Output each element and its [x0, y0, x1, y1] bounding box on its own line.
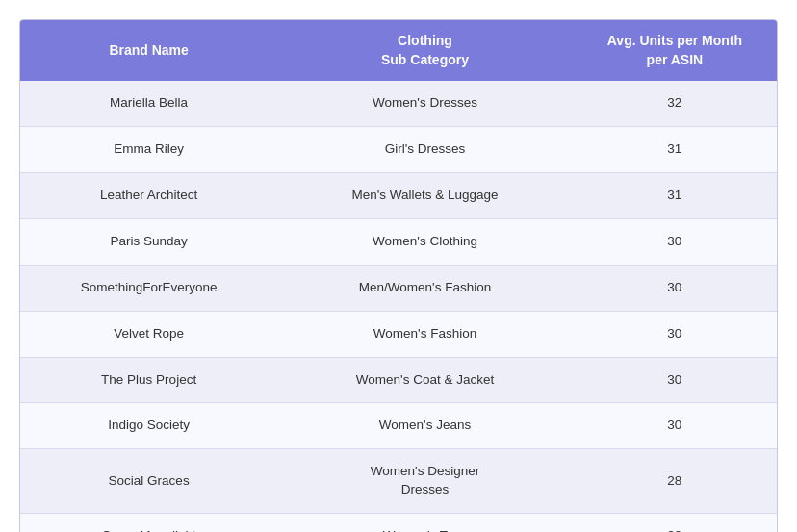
cell-sub-category: Girl's Dresses [277, 127, 573, 173]
cell-sub-category: Women's DesignerDresses [277, 449, 573, 514]
cell-sub-category: Women's Clothing [277, 218, 573, 265]
header-brand: Brand Name [20, 20, 277, 81]
main-table-container: Brand Name ClothingSub Category Avg. Uni… [19, 19, 778, 532]
cell-brand: Social Graces [20, 449, 277, 514]
table-header-row: Brand Name ClothingSub Category Avg. Uni… [20, 20, 777, 81]
table-row: Velvet RopeWomen's Fashion30 [20, 311, 777, 357]
cell-avg-units: 30 [573, 357, 777, 403]
cell-sub-category: Women's Tees [277, 514, 573, 532]
cell-avg-units: 31 [573, 172, 777, 218]
table-row: Emma RileyGirl's Dresses31 [20, 127, 777, 173]
header-sub-category: ClothingSub Category [277, 20, 573, 81]
cell-brand: The Plus Project [20, 357, 277, 403]
cell-avg-units: 31 [573, 127, 777, 173]
cell-sub-category: Women's Coat & Jacket [277, 357, 573, 403]
table-row: Leather ArchitectMen's Wallets & Luggage… [20, 172, 777, 218]
cell-sub-category: Men's Wallets & Luggage [277, 172, 573, 218]
cell-brand: Camp Moonlight [20, 514, 277, 532]
table-row: The Plus ProjectWomen's Coat & Jacket30 [20, 357, 777, 403]
table-row: Mariella BellaWomen's Dresses32 [20, 81, 777, 126]
table-row: Paris SundayWomen's Clothing30 [20, 218, 777, 265]
cell-avg-units: 28 [573, 514, 777, 532]
cell-avg-units: 30 [573, 311, 777, 357]
cell-avg-units: 28 [573, 449, 777, 514]
cell-sub-category: Men/Women's Fashion [277, 265, 573, 311]
table-row: Social GracesWomen's DesignerDresses28 [20, 449, 777, 514]
cell-brand: Leather Architect [20, 172, 277, 218]
cell-sub-category: Women's Dresses [277, 81, 573, 126]
cell-brand: Velvet Rope [20, 311, 277, 357]
cell-brand: Mariella Bella [20, 81, 277, 126]
header-avg-units: Avg. Units per Monthper ASIN [573, 20, 777, 81]
table-row: Indigo SocietyWomen's Jeans30 [20, 403, 777, 449]
cell-avg-units: 32 [573, 81, 777, 126]
brands-table: Brand Name ClothingSub Category Avg. Uni… [20, 20, 777, 532]
cell-avg-units: 30 [573, 403, 777, 449]
cell-brand: Emma Riley [20, 127, 277, 173]
cell-avg-units: 30 [573, 218, 777, 265]
cell-brand: SomethingForEveryone [20, 265, 277, 311]
cell-brand: Paris Sunday [20, 218, 277, 265]
table-row: Camp MoonlightWomen's Tees28 [20, 514, 777, 532]
cell-brand: Indigo Society [20, 403, 277, 449]
cell-sub-category: Women's Jeans [277, 403, 573, 449]
table-row: SomethingForEveryoneMen/Women's Fashion3… [20, 265, 777, 311]
cell-sub-category: Women's Fashion [277, 311, 573, 357]
cell-avg-units: 30 [573, 265, 777, 311]
